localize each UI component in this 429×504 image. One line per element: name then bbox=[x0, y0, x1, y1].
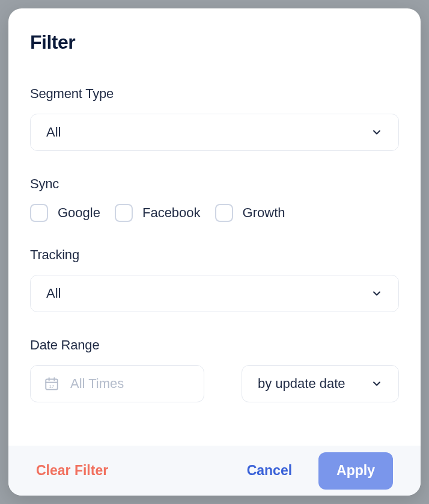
calendar-icon: 17 bbox=[44, 376, 59, 392]
chevron-down-icon bbox=[371, 287, 383, 300]
sync-option-facebook: Facebook bbox=[115, 204, 201, 222]
chevron-down-icon bbox=[371, 378, 383, 390]
svg-text:17: 17 bbox=[49, 384, 54, 389]
sync-option-growth: Growth bbox=[215, 204, 285, 222]
tracking-label: Tracking bbox=[30, 247, 399, 263]
checkbox-google-label: Google bbox=[58, 205, 100, 221]
sync-label: Sync bbox=[30, 176, 399, 192]
checkbox-growth-label: Growth bbox=[243, 205, 285, 221]
tracking-select[interactable]: All bbox=[30, 275, 399, 312]
date-range-row: 17 All Times by update date bbox=[30, 365, 399, 402]
checkbox-facebook-label: Facebook bbox=[142, 205, 201, 221]
date-range-section: Date Range 17 All Times by update date bbox=[30, 337, 399, 402]
date-range-placeholder: All Times bbox=[70, 376, 124, 392]
sync-options: Google Facebook Growth bbox=[30, 204, 399, 222]
segment-type-section: Segment Type All bbox=[30, 86, 399, 151]
sync-option-google: Google bbox=[30, 204, 100, 222]
tracking-section: Tracking All bbox=[30, 247, 399, 312]
modal-body: Filter Segment Type All Sync Google Face… bbox=[8, 8, 421, 446]
cancel-button[interactable]: Cancel bbox=[247, 463, 292, 479]
segment-type-label: Segment Type bbox=[30, 86, 399, 102]
filter-modal: Filter Segment Type All Sync Google Face… bbox=[8, 8, 421, 496]
modal-footer: Clear Filter Cancel Apply bbox=[8, 446, 421, 496]
date-mode-value: by update date bbox=[258, 376, 345, 392]
segment-type-value: All bbox=[46, 124, 61, 140]
clear-filter-button[interactable]: Clear Filter bbox=[36, 463, 108, 479]
checkbox-facebook[interactable] bbox=[115, 204, 133, 222]
date-mode-select[interactable]: by update date bbox=[242, 365, 399, 402]
date-range-picker[interactable]: 17 All Times bbox=[30, 365, 204, 402]
tracking-value: All bbox=[46, 286, 61, 301]
chevron-down-icon bbox=[371, 126, 383, 138]
modal-title: Filter bbox=[30, 31, 399, 54]
date-range-label: Date Range bbox=[30, 337, 399, 353]
checkbox-google[interactable] bbox=[30, 204, 48, 222]
sync-section: Sync Google Facebook Growth bbox=[30, 176, 399, 222]
checkbox-growth[interactable] bbox=[215, 204, 233, 222]
segment-type-select[interactable]: All bbox=[30, 114, 399, 151]
apply-button[interactable]: Apply bbox=[318, 452, 393, 490]
